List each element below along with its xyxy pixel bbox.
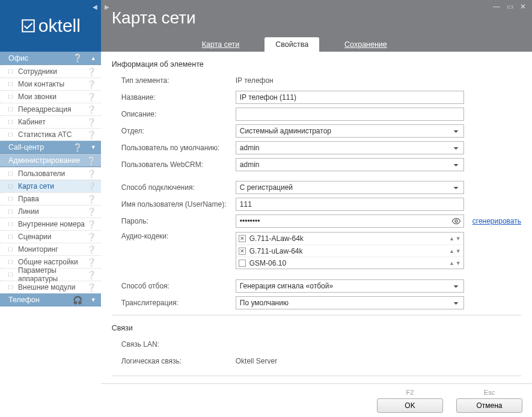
help-icon[interactable]: ❔ [87,118,96,127]
select-connection-type[interactable]: С регистрацией [236,181,464,194]
page-title: Карта сети [112,8,521,28]
sidebar-item-internal-numbers[interactable]: Внутренние номера❔ [0,218,101,230]
input-username[interactable] [236,198,464,211]
select-transliteration[interactable]: По умолчанию [236,296,464,309]
help-icon[interactable]: ❔ [73,53,82,62]
sidebar-item-employees[interactable]: Сотрудники❔ [0,65,101,78]
sidebar-item-ats-stats[interactable]: Статистика АТС❔ [0,128,101,141]
link-generate-password[interactable]: сгенерировать [472,217,521,225]
input-password[interactable] [236,215,464,228]
checkbox-icon[interactable]: ✕ [239,235,246,242]
sidebar-item-rights[interactable]: Права❔ [0,192,101,205]
codec-row[interactable]: ✕ G.711-uLaw-64k ▲▼ [236,245,463,257]
label-type: Тип элемента: [121,76,236,85]
sidebar-item-network-map[interactable]: Карта сети❔ [0,180,101,192]
move-up-icon[interactable]: ▲ [449,260,454,266]
help-icon[interactable]: ❔ [87,156,96,165]
codec-name: G.711-ALaw-64k [249,234,304,243]
help-icon[interactable]: ❔ [87,233,96,242]
chevron-down-icon: ▼ [91,144,96,150]
codec-list: ✕ G.711-ALaw-64k ▲▼ ✕ G.711-uLaw-64k ▲▼ … [236,232,464,269]
help-icon[interactable]: ❔ [87,93,96,102]
codec-name: G.711-uLaw-64k [249,247,303,255]
codec-row[interactable]: GSM-06.10 ▲▼ [236,257,463,269]
help-icon[interactable]: ❔ [87,207,96,216]
help-icon[interactable]: ❔ [87,80,96,89]
label-transliteration: Транслитерация: [121,299,236,307]
select-default-user[interactable]: admin [236,141,464,154]
label-name: Название: [121,93,236,102]
sidebar-section-admin[interactable]: Администрирование ❔ [0,154,101,167]
label-department: Отдел: [121,127,236,135]
input-description[interactable] [236,108,464,121]
sidebar-section-callcenter[interactable]: Call-центр ❔ ▼ [0,141,101,154]
sidebar-nav: Офис ❔ ▲ Сотрудники❔ Мои контакты❔ Мои з… [0,52,101,417]
input-name[interactable] [236,91,464,104]
label-password: Пароль: [121,217,236,225]
help-icon[interactable]: ❔ [87,67,96,76]
move-up-icon[interactable]: ▲ [449,248,454,254]
cancel-button[interactable]: Отмена [456,398,522,413]
sidebar-item-mycalls[interactable]: Мои звонки❔ [0,90,101,103]
label-username: Имя пользователя (UserName): [121,200,236,208]
sidebar-expand-right-icon[interactable]: ▶ [105,4,109,10]
help-icon[interactable]: ❔ [87,130,96,139]
help-icon[interactable]: ❔ [87,245,96,254]
sidebar-section-phone[interactable]: Телефон 🎧 ▼ [0,293,101,306]
sidebar-item-hardware[interactable]: Параметры аппаратуры❔ [0,268,101,281]
group-title-connections: Связи [112,321,521,336]
tab-network-map[interactable]: Карта сети [191,37,250,52]
move-down-icon[interactable]: ▼ [456,260,461,266]
chevron-down-icon: ▼ [91,297,96,303]
move-down-icon[interactable]: ▼ [456,248,461,254]
checkbox-icon[interactable]: ✕ [239,248,246,255]
help-icon[interactable]: ❔ [87,169,96,178]
sidebar: ◀ oktell Офис ❔ ▲ Сотрудники❔ Мои контак… [0,0,101,417]
window-maximize-icon[interactable]: ▭ [504,2,515,11]
sidebar-section-office[interactable]: Офис ❔ ▲ [0,52,101,65]
form-content: Информация об элементе Тип элемента: IP … [101,52,532,383]
label-lan-connection: Связь LAN: [121,340,236,349]
sidebar-item-monitoring[interactable]: Мониторинг❔ [0,243,101,255]
value-type: IP телефон [236,76,521,85]
help-icon[interactable]: ❔ [87,105,96,114]
sidebar-item-mycontacts[interactable]: Мои контакты❔ [0,78,101,90]
sidebar-item-external-modules[interactable]: Внешние модули❔ [0,281,101,293]
help-icon[interactable]: ❔ [87,258,96,267]
label-hangup-method: Способ отбоя: [121,282,236,290]
checkbox-icon[interactable] [239,260,246,267]
codec-row[interactable]: ✕ G.711-ALaw-64k ▲▼ [236,233,463,245]
headset-icon[interactable]: 🎧 [73,296,82,305]
select-department[interactable]: Системный администратор [236,124,464,138]
sidebar-item-scenarios[interactable]: Сценарии❔ [0,230,101,243]
sidebar-collapse-left-icon[interactable]: ◀ [93,4,97,10]
help-icon[interactable]: ❔ [87,220,96,229]
sidebar-item-forwarding[interactable]: Переадресация❔ [0,103,101,115]
help-icon[interactable]: ❔ [87,182,96,191]
brand-name: oktell [38,16,81,36]
sidebar-item-users[interactable]: Пользователи❔ [0,167,101,180]
help-icon[interactable]: ❔ [87,270,96,279]
select-hangup-method[interactable]: Генерация сигнала «отбой» [236,279,464,293]
svg-point-0 [455,220,457,222]
label-default-user: Пользователь по умолчанию: [121,144,236,152]
help-icon[interactable]: ❔ [87,195,96,204]
help-icon[interactable]: ❔ [73,143,82,152]
password-reveal-icon[interactable] [451,216,462,227]
ok-button[interactable]: OK [377,398,443,413]
move-down-icon[interactable]: ▼ [456,236,461,242]
select-webcrm-user[interactable]: admin [236,158,464,171]
sidebar-item-cabinet[interactable]: Кабинет❔ [0,115,101,128]
tab-properties[interactable]: Свойства [264,37,319,52]
chevron-up-icon: ▲ [91,55,96,61]
window-minimize-icon[interactable]: — [491,2,502,11]
tab-save[interactable]: Сохранение [334,37,398,52]
main-panel: ▶ — ▭ ✕ Карта сети Карта сети Свойства С… [101,0,532,417]
sidebar-item-lines[interactable]: Линии❔ [0,205,101,218]
window-close-icon[interactable]: ✕ [518,2,528,11]
label-connection-type: Способ подключения: [121,183,236,192]
label-logical-connection: Логическая связь: [121,357,236,365]
move-up-icon[interactable]: ▲ [449,236,454,242]
value-logical-connection: Oktell Server [236,357,521,365]
help-icon[interactable]: ❔ [87,283,96,292]
